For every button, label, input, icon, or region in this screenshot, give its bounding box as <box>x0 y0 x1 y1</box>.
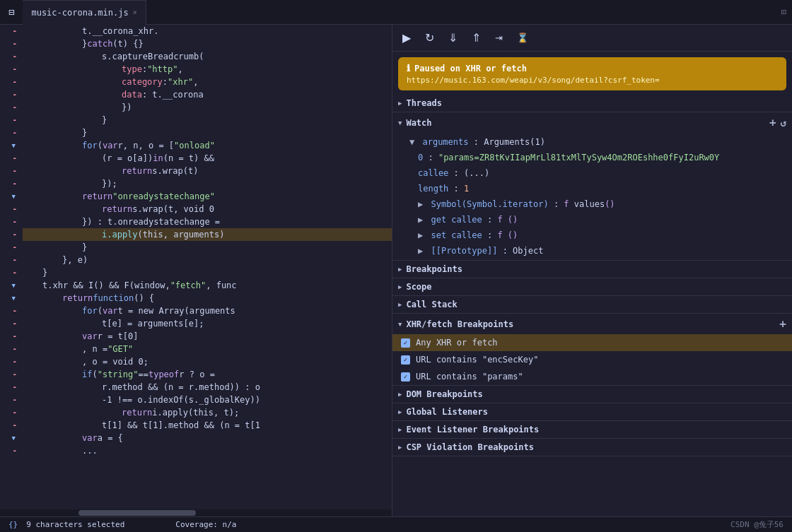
table-row: (r = o[a])in (n = t) && <box>23 152 392 165</box>
gutter-line: ▼ <box>0 292 20 305</box>
dont-pause-button[interactable]: ⌛ <box>514 31 531 45</box>
dom-breakpoints-section[interactable]: ▶ DOM Breakpoints <box>392 386 792 403</box>
gutter-line: - <box>0 368 20 381</box>
call-stack-label: Call Stack <box>406 300 457 309</box>
watch-subitem-length[interactable]: length : 1 <box>392 181 792 196</box>
watch-value-prototype: Object <box>513 246 543 256</box>
gutter-line: ▼ <box>0 139 20 152</box>
active-tab[interactable]: music-corona.min.js × <box>23 0 146 25</box>
watch-subitem-get-callee[interactable]: ▶ get callee : f () <box>392 212 792 227</box>
xhr-item-encseckey[interactable]: ✓ URL contains "encSecKey" <box>392 351 792 368</box>
table-row: , n = "GET" <box>23 343 392 355</box>
coverage-text: Coverage: n/a <box>175 520 236 529</box>
call-stack-section[interactable]: ▶ Call Stack <box>392 296 792 314</box>
table-row: for (var t = new Array(arguments <box>23 305 392 317</box>
gutter-line: - <box>0 381 20 394</box>
table-row: category: "xhr", <box>23 76 392 88</box>
table-row: } <box>23 114 392 126</box>
gutter: ---------▼---▼------▼▼----------▼- <box>0 25 20 509</box>
csp-label: CSP Violation Breakpoints <box>406 442 534 452</box>
xhr-item-params[interactable]: ✓ URL contains "params" <box>392 368 792 385</box>
horizontal-scrollbar[interactable] <box>0 509 392 516</box>
table-row: ... <box>23 444 392 457</box>
code-content: ---------▼---▼------▼▼----------▼- t.__c… <box>0 25 392 509</box>
xhr-item-any[interactable]: ✓ Any XHR or fetch <box>392 334 792 351</box>
watch-section-header[interactable]: ▼ Watch + ↺ <box>392 112 792 133</box>
tab-close-icon[interactable]: × <box>133 8 137 16</box>
table-row: if ("string" == typeof r ? o = <box>23 368 392 381</box>
xhr-label-any: Any XHR or fetch <box>416 338 498 348</box>
watch-subitem-0[interactable]: 0 : "params=ZR8tKvIIapMrLl81txMlTySyw4Om… <box>392 150 792 165</box>
gutter-line: - <box>0 317 20 330</box>
tab-expand-icon[interactable]: ⊡ <box>776 7 792 17</box>
table-row: data: t.__corona <box>23 88 392 101</box>
threads-section[interactable]: ▶ Threads <box>392 95 792 112</box>
watch-value-0: "params=ZR8tKvIIapMrLl81txMlTySyw4Om2ROE… <box>438 153 719 162</box>
prototype-expand: ▶ <box>418 246 423 256</box>
gutter-line: - <box>0 355 20 368</box>
step-over-button[interactable]: ↻ <box>422 30 437 46</box>
scope-chevron: ▶ <box>398 283 402 290</box>
table-row: } <box>23 241 392 254</box>
watch-subitem-set-callee[interactable]: ▶ set callee : f () <box>392 227 792 243</box>
gutter-line: - <box>0 203 20 215</box>
xhr-checkbox-encseckey[interactable]: ✓ <box>401 355 410 365</box>
gutter-line: - <box>0 228 20 241</box>
event-listener-breakpoints-section[interactable]: ▶ Event Listener Breakpoints <box>392 421 792 439</box>
gutter-line: - <box>0 419 20 432</box>
step-out-button[interactable]: ⇑ <box>469 30 484 46</box>
gutter-line: - <box>0 406 20 419</box>
gutter-line: - <box>0 254 20 266</box>
watch-label: Watch <box>406 118 431 128</box>
xhr-section-header[interactable]: ▼ XHR/fetch Breakpoints + <box>392 314 792 334</box>
dom-breakpoints-label: DOM Breakpoints <box>406 389 482 399</box>
gutter-line: - <box>0 63 20 76</box>
table-row: } <box>23 126 392 139</box>
watch-subitem-prototype[interactable]: ▶ [[Prototype]] : Object <box>392 243 792 259</box>
tab-bar-left: ⊟ <box>0 4 23 20</box>
xhr-checkbox-any[interactable]: ✓ <box>401 338 410 348</box>
table-row: }); <box>23 177 392 190</box>
paused-banner: ℹ Paused on XHR or fetch https://music.1… <box>398 57 786 90</box>
gutter-line: - <box>0 266 20 279</box>
global-listeners-section[interactable]: ▶ Global Listeners <box>392 403 792 421</box>
arguments-key: arguments <box>422 137 468 147</box>
gutter-line: - <box>0 126 20 139</box>
watch-subitem-symbol[interactable]: ▶ Symbol(Symbol.iterator) : f values() <box>392 196 792 212</box>
gutter-line: - <box>0 394 20 406</box>
table-row: t.xhr && I() && F(window, "fetch", func <box>23 279 392 292</box>
table-row: return s.wrap(t) <box>23 165 392 177</box>
gutter-line: - <box>0 177 20 190</box>
gutter-line: - <box>0 101 20 114</box>
gutter-line: - <box>0 165 20 177</box>
watch-content: ▼ arguments : Arguments(1) 0 : "params=Z… <box>392 133 792 260</box>
get-callee-expand: ▶ <box>418 215 423 225</box>
csp-chevron: ▶ <box>398 444 402 451</box>
gutter-line: - <box>0 343 20 355</box>
gutter-line: - <box>0 114 20 126</box>
table-row: t[e] = arguments[e]; <box>23 317 392 330</box>
xhr-checkbox-params[interactable]: ✓ <box>401 372 410 382</box>
call-stack-chevron: ▶ <box>398 301 402 308</box>
sidebar-toggle-icon[interactable]: ⊟ <box>6 4 17 20</box>
breakpoints-section[interactable]: ▶ Breakpoints <box>392 261 792 278</box>
debug-scroll-area[interactable]: ℹ Paused on XHR or fetch https://music.1… <box>392 52 792 516</box>
table-row: } catch (t) {} <box>23 37 392 50</box>
scope-section[interactable]: ▶ Scope <box>392 278 792 296</box>
step-into-button[interactable]: ⇓ <box>446 30 460 46</box>
watch-item-arguments[interactable]: ▼ arguments : Arguments(1) <box>392 134 792 150</box>
watch-add-button[interactable]: + <box>769 116 776 129</box>
deactivate-button[interactable]: ⇥ <box>492 31 506 45</box>
arguments-value: Arguments(1) <box>484 137 545 147</box>
table-row: return s.wrap(t, void 0 <box>23 203 392 215</box>
csp-violation-section[interactable]: ▶ CSP Violation Breakpoints <box>392 439 792 456</box>
table-row: r.method && (n = r.method)) : o <box>23 381 392 394</box>
watch-subitem-callee[interactable]: callee : (...) <box>392 165 792 181</box>
table-row: }, e) <box>23 254 392 266</box>
watch-refresh-button[interactable]: ↺ <box>781 117 786 129</box>
status-bar: {} 9 characters selected Coverage: n/a C… <box>0 516 792 532</box>
xhr-add-button[interactable]: + <box>779 317 786 331</box>
resume-button[interactable]: ▶ <box>400 30 414 46</box>
table-row: return i.apply(this, t); <box>23 406 392 419</box>
dom-breakpoints-chevron: ▶ <box>398 391 402 398</box>
